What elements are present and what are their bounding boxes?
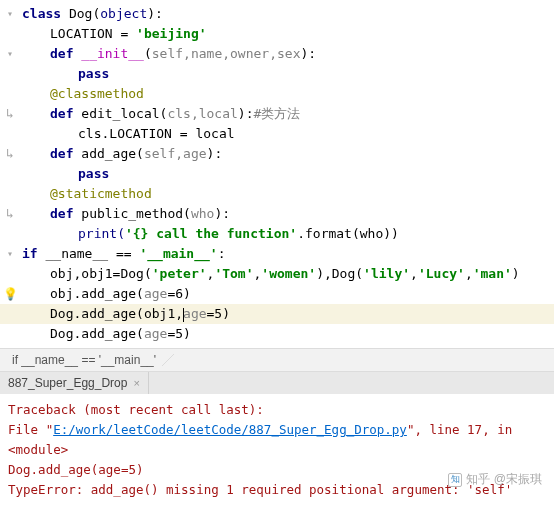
traceback-header: Traceback (most recent call last): bbox=[8, 400, 546, 420]
code-line[interactable]: pass bbox=[0, 64, 554, 84]
override-icon[interactable]: ↳ bbox=[2, 104, 18, 124]
fold-icon[interactable]: ▾ bbox=[2, 4, 18, 24]
code-line[interactable]: pass bbox=[0, 164, 554, 184]
code-line[interactable]: obj,obj1=Dog('peter','Tom','women'),Dog(… bbox=[0, 264, 554, 284]
code-line[interactable]: Dog.add_age(age=5) bbox=[0, 324, 554, 344]
code-line[interactable]: cls.LOCATION = local bbox=[0, 124, 554, 144]
code-line[interactable]: LOCATION = 'beijing' bbox=[0, 24, 554, 44]
file-link[interactable]: E:/work/leetCode/leetCode/887_Super_Egg_… bbox=[53, 422, 407, 437]
watermark: 知 知乎 @宋振琪 bbox=[448, 471, 542, 488]
code-line[interactable]: ▾ def __init__(self,name,owner,sex): bbox=[0, 44, 554, 64]
fold-icon[interactable]: ▾ bbox=[2, 44, 18, 64]
code-line[interactable]: ↳ def add_age(self,age): bbox=[0, 144, 554, 164]
code-line[interactable]: ▾ class Dog(object): bbox=[0, 4, 554, 24]
code-line[interactable]: @staticmethod bbox=[0, 184, 554, 204]
tab-label: 887_Super_Egg_Drop bbox=[8, 376, 127, 390]
code-editor[interactable]: ▾ class Dog(object): LOCATION = 'beijing… bbox=[0, 0, 554, 348]
close-icon[interactable]: × bbox=[133, 377, 139, 389]
breadcrumb-item[interactable]: if __name__ == '__main__' bbox=[0, 349, 168, 371]
code-line[interactable]: ↳ def public_method(who): bbox=[0, 204, 554, 224]
code-line[interactable]: @classmethod bbox=[0, 84, 554, 104]
override-icon[interactable]: ↳ bbox=[2, 204, 18, 224]
code-line[interactable]: ↳ def edit_local(cls,local):#类方法 bbox=[0, 104, 554, 124]
code-line[interactable]: print('{} call the function'.format(who)… bbox=[0, 224, 554, 244]
code-line[interactable]: ▾ if __name__ == '__main__': bbox=[0, 244, 554, 264]
code-line-current[interactable]: Dog.add_age(obj1,age=5) bbox=[0, 304, 554, 324]
fold-icon[interactable]: ▾ bbox=[2, 244, 18, 264]
zhihu-icon: 知 bbox=[448, 473, 462, 487]
console-tab-bar: 887_Super_Egg_Drop × bbox=[0, 372, 554, 394]
console-output[interactable]: Traceback (most recent call last): File … bbox=[0, 394, 554, 506]
traceback-file: File "E:/work/leetCode/leetCode/887_Supe… bbox=[8, 420, 546, 460]
lightbulb-icon[interactable]: 💡 bbox=[2, 284, 18, 304]
override-icon[interactable]: ↳ bbox=[2, 144, 18, 164]
code-line[interactable]: 💡 obj.add_age(age=6) bbox=[0, 284, 554, 304]
tab-file[interactable]: 887_Super_Egg_Drop × bbox=[0, 372, 149, 394]
breadcrumb[interactable]: if __name__ == '__main__' bbox=[0, 348, 554, 372]
